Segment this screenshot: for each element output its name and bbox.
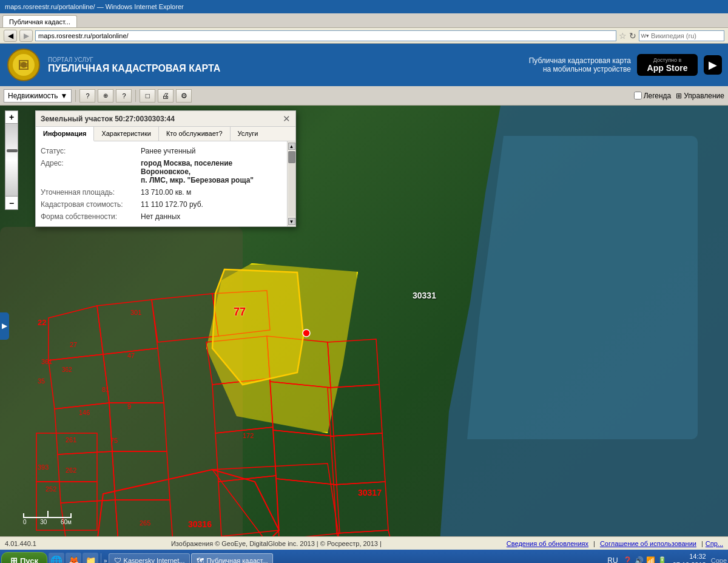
start-label: Пуск	[20, 556, 38, 564]
separator-2: |	[701, 540, 703, 547]
label-172: 172	[243, 432, 254, 439]
copyright-text: Изображения © GeoEye, DigitalGlobe inc. …	[49, 540, 504, 547]
kaspersky-taskbar-btn[interactable]: 🛡 Kaspersky Internet...	[109, 553, 190, 563]
zoom-controls: + −	[5, 110, 18, 210]
app-logo: РФ	[7, 49, 41, 82]
area-value: 13 710.00 кв. м	[141, 188, 191, 197]
info-row-area: Уточненная площадь: 13 710.00 кв. м	[41, 186, 282, 198]
management-btn[interactable]: ⊞ Управление	[676, 92, 724, 100]
app-subtitle: Портал услуг	[48, 56, 220, 63]
star-icon: ☆	[619, 31, 627, 41]
info-btn-1[interactable]: ?	[79, 89, 95, 103]
popup-title: Земельный участок 50:27:0030303:44	[41, 115, 175, 123]
svg-marker-24	[218, 476, 279, 536]
status-value: Ранее учтенный	[141, 147, 195, 155]
taskbar-clock: 14:32 07.10.2013	[669, 552, 710, 563]
scroll-up-button[interactable]: ▲	[288, 143, 295, 150]
label-81: 81	[102, 386, 109, 393]
svg-marker-10	[58, 451, 115, 503]
address-input[interactable]	[35, 30, 616, 41]
info-btn-2[interactable]: ?	[116, 89, 132, 103]
tab-info[interactable]: Информация	[36, 127, 94, 141]
quick-launch-1[interactable]: 🌐	[49, 553, 64, 563]
area-btn[interactable]: □	[140, 89, 155, 103]
forward-button[interactable]: ▶	[19, 30, 33, 42]
status-label: Статус:	[41, 147, 141, 155]
print-btn[interactable]: 🖨	[158, 89, 174, 103]
address-label: Адрес:	[41, 159, 141, 184]
back-button[interactable]: ◀	[4, 30, 17, 42]
zoom-thumb	[7, 149, 18, 152]
svg-marker-4	[97, 300, 158, 354]
label-77: 77	[234, 306, 246, 319]
nedvizhimost-dropdown[interactable]: Недвижимость ▼	[4, 89, 72, 103]
legend-toggle[interactable]: Легенда	[634, 92, 672, 100]
cope-label: Cope	[711, 557, 727, 563]
scale-label-60m: 60м	[61, 519, 72, 525]
label-47: 47	[127, 352, 135, 359]
label-362: 362	[62, 366, 72, 373]
legend-checkbox[interactable]	[634, 92, 642, 99]
tray-icon-4: 🔋	[658, 556, 667, 563]
mobile-promo: Публичная кадастровая карта на мобильном…	[529, 54, 722, 76]
popup-close-button[interactable]: ✕	[283, 114, 291, 123]
browser-tab-bar: Публичная кадаст...	[0, 13, 728, 28]
popup-header: Земельный участок 50:27:0030303:44 ✕	[36, 111, 295, 127]
label-393: 393	[38, 464, 49, 471]
svg-marker-9	[109, 403, 167, 451]
toolbar-right: Легенда ⊞ Управление	[634, 92, 724, 100]
google-play-badge[interactable]: ▶	[704, 55, 722, 75]
zoom-in-button[interactable]: +	[5, 110, 18, 124]
tray-icon-1: ❓	[623, 556, 632, 563]
browser-address-bar: ◀ ▶ ☆ ↻ W▾	[0, 28, 728, 44]
popup-scrollbar[interactable]: ▲ ▼	[287, 141, 295, 226]
quick-launch-3[interactable]: 📁	[83, 553, 98, 563]
windows-icon: ⊞	[10, 556, 18, 563]
wiki-search-bar: W▾	[639, 30, 725, 41]
cadastral-value-value: 11 110 172.70 руб.	[141, 200, 203, 209]
map-taskbar-btn[interactable]: 🗺 Публичная кадаст...	[191, 553, 273, 563]
svg-marker-26	[270, 382, 334, 436]
taskbar-separator	[101, 553, 101, 563]
quick-launch-2[interactable]: 🦊	[66, 553, 81, 563]
settings-btn[interactable]: ⚙	[176, 89, 192, 103]
toolbar-separator-2	[135, 90, 136, 102]
tab-services[interactable]: Услуги	[231, 127, 266, 141]
refresh-icon[interactable]: ↻	[629, 31, 636, 41]
separator-1: |	[593, 540, 595, 547]
start-button[interactable]: ⊞ Пуск	[1, 552, 47, 563]
svg-marker-14	[152, 294, 218, 342]
zoom-out-button[interactable]: −	[5, 197, 18, 210]
map-container[interactable]: + − Земельный участок 50:27:0030303:44 ✕…	[0, 106, 728, 536]
help-link[interactable]: Спр...	[706, 540, 723, 547]
tab-who-serves[interactable]: Кто обслуживает?	[159, 127, 231, 141]
scroll-track	[288, 151, 295, 217]
management-label: Управление	[684, 92, 724, 100]
toolbar-separator-1	[75, 90, 76, 102]
scale-label-30: 30	[40, 519, 47, 525]
svg-marker-6	[49, 354, 109, 409]
tab-characteristics[interactable]: Характеристики	[94, 127, 159, 141]
lang-indicator: RU	[605, 556, 620, 563]
info-popup: Земельный участок 50:27:0030303:44 ✕ Инф…	[35, 110, 296, 227]
svg-marker-22	[212, 379, 273, 433]
browser-title-text: maps.rosreestr.ru/portalonline/ — Window…	[5, 3, 184, 10]
app-title: Публичная кадастровая карта	[48, 63, 220, 74]
version-text: 4.01.440.1	[5, 540, 36, 547]
select-btn[interactable]: ⊕	[98, 89, 113, 103]
info-row-address: Адрес: город Москва, поселение Вороновск…	[41, 157, 282, 186]
dropdown-arrow-icon: ▼	[61, 92, 68, 100]
svg-marker-16	[328, 339, 379, 388]
label-301: 301	[130, 309, 141, 316]
svg-point-34	[303, 329, 310, 337]
browser-tab-active[interactable]: Публичная кадаст...	[2, 15, 77, 27]
updates-link[interactable]: Сведения об обновлениях	[507, 540, 588, 547]
wiki-search-input[interactable]	[651, 31, 724, 41]
kaspersky-icon: 🛡	[114, 556, 121, 563]
app-store-badge[interactable]: Доступно в App Store	[637, 54, 698, 76]
usage-link[interactable]: Соглашение об использовании	[600, 540, 696, 547]
left-panel-arrow[interactable]: ▶	[0, 312, 9, 340]
zoom-slider[interactable]	[5, 124, 18, 197]
scroll-down-button[interactable]: ▼	[288, 218, 295, 225]
app-title-block: Портал услуг Публичная кадастровая карта	[48, 56, 220, 74]
